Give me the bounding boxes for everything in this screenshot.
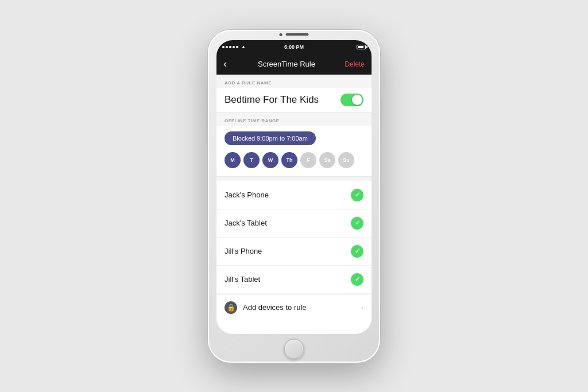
phone-top-bar	[280, 33, 309, 36]
time-range-section: Blocked 9:00pm to 7:00am MTWThFSaSu	[216, 126, 372, 177]
signal-area: ▲	[222, 44, 246, 49]
add-devices-text: Add devices to rule	[243, 303, 361, 312]
phone-frame: ▲ 6:00 PM ‹ ScreenTime Rule Delete ADD A…	[208, 30, 380, 363]
device-row[interactable]: Jack's Phone✓	[216, 181, 372, 209]
chevron-right-icon: ›	[361, 304, 363, 312]
device-check-icon[interactable]: ✓	[351, 189, 363, 201]
time-range-section-label: OFFLINE TIME RANGE	[216, 112, 372, 126]
device-row[interactable]: Jill's Phone✓	[216, 238, 372, 266]
devices-section: Jack's Phone✓Jack's Tablet✓Jill's Phone✓…	[216, 181, 372, 294]
device-check-icon[interactable]: ✓	[351, 273, 363, 286]
device-name: Jill's Phone	[225, 247, 262, 255]
back-button[interactable]: ‹	[223, 58, 227, 70]
signal-dot	[222, 46, 225, 48]
add-devices-row[interactable]: 🔒 Add devices to rule ›	[216, 294, 372, 321]
toggle-knob	[352, 95, 362, 105]
status-bar: ▲ 6:00 PM	[216, 40, 372, 54]
nav-bar: ‹ ScreenTime Rule Delete	[216, 54, 372, 75]
phone-screen: ▲ 6:00 PM ‹ ScreenTime Rule Delete ADD A…	[216, 40, 372, 334]
screen-content: ADD A RULE NAME Bedtime For The Kids OFF…	[216, 75, 372, 321]
battery-area	[357, 45, 366, 49]
device-row[interactable]: Jack's Tablet✓	[216, 209, 372, 238]
wifi-icon: ▲	[241, 44, 246, 49]
rule-name-text: Bedtime For The Kids	[225, 94, 319, 106]
home-button[interactable]	[284, 339, 304, 359]
device-check-icon[interactable]: ✓	[351, 217, 363, 230]
signal-dot	[229, 46, 231, 48]
rule-name-section-label: ADD A RULE NAME	[216, 75, 372, 88]
lock-icon: 🔒	[225, 301, 237, 314]
device-check-icon[interactable]: ✓	[351, 245, 363, 258]
speaker-bar	[286, 33, 309, 36]
signal-dot	[233, 46, 235, 48]
nav-title: ScreenTime Rule	[231, 60, 342, 68]
signal-dot	[236, 46, 238, 48]
blocked-badge[interactable]: Blocked 9:00pm to 7:00am	[225, 131, 316, 145]
device-row[interactable]: Jill's Tablet✓	[216, 266, 372, 294]
days-row: MTWThFSaSu	[225, 152, 363, 168]
battery-icon	[357, 45, 366, 49]
day-circle-sa[interactable]: Sa	[319, 152, 335, 168]
day-circle-su[interactable]: Su	[338, 152, 354, 168]
day-circle-th[interactable]: Th	[281, 152, 297, 168]
battery-fill	[358, 46, 363, 48]
day-circle-m[interactable]: M	[225, 152, 241, 168]
device-name: Jack's Tablet	[225, 219, 267, 227]
device-name: Jack's Phone	[225, 191, 269, 199]
signal-dot	[226, 46, 228, 48]
day-circle-w[interactable]: W	[262, 152, 278, 168]
day-circle-f[interactable]: F	[300, 152, 316, 168]
device-name: Jill's Tablet	[225, 275, 260, 284]
rule-name-row[interactable]: Bedtime For The Kids	[216, 88, 372, 112]
camera-dot	[280, 33, 283, 36]
rule-toggle[interactable]	[341, 94, 363, 106]
status-time: 6:00 PM	[284, 44, 304, 50]
delete-button[interactable]: Delete	[345, 60, 365, 68]
day-circle-t[interactable]: T	[243, 152, 260, 168]
